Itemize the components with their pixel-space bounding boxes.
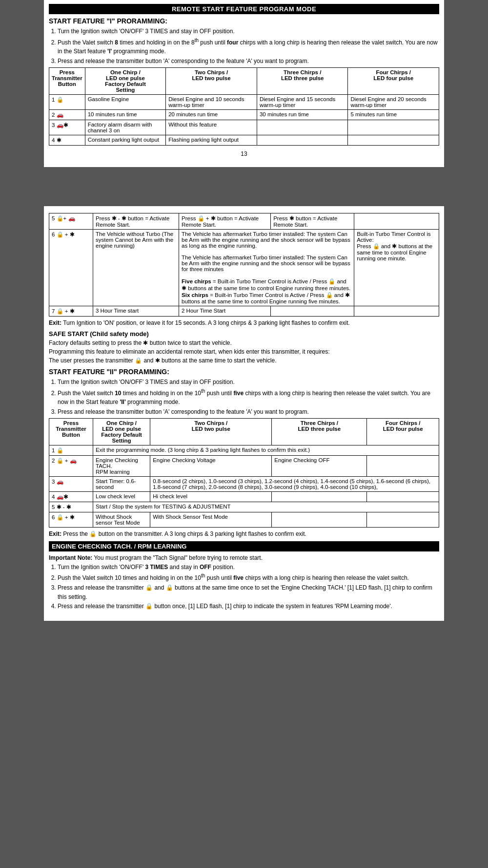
table3-row2-btn: 2 🔒 + 🚗 xyxy=(49,456,93,477)
table3-row4-col2: Hi check level xyxy=(150,492,272,502)
section1-title: START FEATURE "I" PRORAMMING: xyxy=(49,17,439,25)
table2-row7-btn: 7 🔒 + ✱ xyxy=(49,306,93,317)
table1-row4-col3 xyxy=(257,135,348,146)
table3-header-0: PressTransmitterButton xyxy=(49,419,93,445)
table2-row6-col4: Built-in Turbo Timer Control is Active:P… xyxy=(354,230,439,306)
table3-row4-btn: 4 🚗✱ xyxy=(49,492,93,502)
table3-row6-col3 xyxy=(272,512,367,528)
table2-row5-col3: Press ✱ button = Activate Remote Start. xyxy=(271,213,354,230)
table3-row2-col1: Engine Checking TACH.RPM learning xyxy=(93,456,150,477)
table2-row6-col1: The Vehicle without Turbo (The system Ca… xyxy=(93,230,179,306)
table2-row6-btn: 6 🔒 + ✱ xyxy=(49,230,93,306)
table3-row4-col4 xyxy=(367,492,439,502)
safe-start-text: Factory defaults setting to press the ✱ … xyxy=(49,339,439,365)
page-gap xyxy=(0,167,488,206)
table1-row2-col1: 10 minutes run time xyxy=(85,110,166,120)
table2-row7-col4 xyxy=(354,306,439,317)
table3-row1-btn: 1 🔒 xyxy=(49,445,93,456)
table2-row-7: 7 🔒 + ✱ 3 Hour Time start 2 Hour Time St… xyxy=(49,306,439,317)
table1-row1-col3: Diesel Engine and 15 seconds warm-up tim… xyxy=(257,95,348,110)
instructions1: Turn the Ignition switch 'ON/OFF' 3 TIME… xyxy=(49,27,439,65)
table1-row2-btn: 2 🚗 xyxy=(49,110,85,120)
table2-row-6: 6 🔒 + ✱ The Vehicle without Turbo (The s… xyxy=(49,230,439,306)
table1-header-3: Three Chirps /LED three pulse xyxy=(257,68,348,95)
engine-title: ENGINE CHECKING TACH. / RPM LEARNING xyxy=(49,541,439,551)
instruction1-1: Turn the Ignition switch 'ON/OFF' 3 TIME… xyxy=(58,27,439,36)
engine-notes: Important Note: You must program the "Ta… xyxy=(49,553,439,611)
safe-start-title: SAFE START (Child safety mode) xyxy=(49,330,439,338)
table1-row4-col1: Constant parking light output xyxy=(85,135,166,146)
table3: PressTransmitterButton One Chirp /LED on… xyxy=(49,418,439,528)
table2-row7-col3 xyxy=(271,306,354,317)
table2: 5 🔒+ 🚗 Press ✱ - ✱ button = Activate Rem… xyxy=(49,213,439,317)
table3-row-6: 6 🔒 + ✱ Without Shock sensor Test Mode W… xyxy=(49,512,439,528)
table1-row1-btn: 1 🔒 xyxy=(49,95,85,110)
table1-row3-col4 xyxy=(348,120,439,135)
table3-row3-col234: 0.8-second (2 chirps), 1.0-second (3 chi… xyxy=(150,477,439,492)
table3-row-1: 1 🔒 Exit the programming mode. (3 long c… xyxy=(49,445,439,456)
table2-row7-col2: 2 Hour Time Start xyxy=(179,306,271,317)
table3-row6-col4 xyxy=(367,512,439,528)
table2-row7-col1: 3 Hour Time start xyxy=(93,306,179,317)
engine-note-3: Press and release the transmitter 🔒 and … xyxy=(58,583,439,602)
table1-row3-col3 xyxy=(257,120,348,135)
table3-row3-btn: 3 🚗 xyxy=(49,477,93,492)
table3-row6-col1: Without Shock sensor Test Mode xyxy=(93,512,150,528)
page-number: 13 xyxy=(49,150,439,157)
table1-row1-col2: Diesel Engine and 10 seconds warm-up tim… xyxy=(166,95,257,110)
table1-row3-btn: 3 🚗✱ xyxy=(49,120,85,135)
table3-row5-btn: 5 ✱ - ✱ xyxy=(49,502,93,512)
table3-row-3: 3 🚗 Start Timer: 0.6-second 0.8-second (… xyxy=(49,477,439,492)
engine-note-1: Turn the Ignition switch 'ON/OFF' 3 TIME… xyxy=(58,563,439,572)
section2-title: START FEATURE "II" PRORAMMING: xyxy=(49,368,439,376)
table1-header-0: PressTransmitterButton xyxy=(49,68,85,95)
table1-row-2: 2 🚗 10 minutes run time 20 minutes run t… xyxy=(49,110,439,120)
table3-row6-col2: With Shock Sensor Test Mode xyxy=(150,512,272,528)
table1-row4-col2: Flashing parking light output xyxy=(166,135,257,146)
table3-row4-col3 xyxy=(272,492,367,502)
instruction2-2: Push the Valet switch 10 times and holdi… xyxy=(58,387,439,406)
table1-row1-col1: Gasoline Engine xyxy=(85,95,166,110)
table2-row5-col4 xyxy=(354,213,439,230)
table3-row-5: 5 ✱ - ✱ Start / Stop the system for TEST… xyxy=(49,502,439,512)
main-title: REMOTE START FEATURE PROGRAM MODE xyxy=(49,4,439,14)
table3-row3-col1: Start Timer: 0.6-second xyxy=(93,477,150,492)
table1-row4-col4 xyxy=(348,135,439,146)
table1-row-3: 3 🚗✱ Factory alarm disarm with channel 3… xyxy=(49,120,439,135)
table2-row6-col23: The Vehicle has aftermarket Turbo timer … xyxy=(179,230,354,306)
instruction1-3: Press and release the transmitter button… xyxy=(58,57,439,65)
table2-row5-col2: Press 🔒 + ✱ button = Activate Remote Sta… xyxy=(179,213,271,230)
table2-row-5: 5 🔒+ 🚗 Press ✱ - ✱ button = Activate Rem… xyxy=(49,213,439,230)
table1-row-1: 1 🔒 Gasoline Engine Diesel Engine and 10… xyxy=(49,95,439,110)
table3-header-3: Three Chirps /LED three pulse xyxy=(272,419,367,445)
table1: PressTransmitterButton One Chirp /LED on… xyxy=(49,67,439,146)
table3-row-4: 4 🚗✱ Low check level Hi check level xyxy=(49,492,439,502)
table3-header-2: Two Chirps /LED two pulse xyxy=(150,419,272,445)
table1-row3-col2: Without this feature xyxy=(166,120,257,135)
table3-header-4: Four Chirps /LED four pulse xyxy=(367,419,439,445)
table3-header-1: One Chirp /LED one pulseFactory DefaultS… xyxy=(93,419,150,445)
table1-row2-col3: 30 minutes run time xyxy=(257,110,348,120)
table1-row2-col2: 20 minutes run time xyxy=(166,110,257,120)
table2-row5-btn: 5 🔒+ 🚗 xyxy=(49,213,93,230)
table1-row1-col4: Diesel Engine and 20 seconds warm-up tim… xyxy=(348,95,439,110)
table3-row1-col1: Exit the programming mode. (3 long chirp… xyxy=(93,445,439,456)
instruction2-3: Press and release the transmitter button… xyxy=(58,407,439,416)
instruction1-2: Push the Valet switch 8 times and holdin… xyxy=(58,37,439,56)
table1-row2-col4: 5 minutes run time xyxy=(348,110,439,120)
engine-note-4: Press and release the transmitter 🔒 butt… xyxy=(58,602,439,611)
table3-row2-col3: Engine Checking OFF xyxy=(272,456,367,477)
table3-row2-col2: Engine Checking Voltage xyxy=(150,456,272,477)
exit-note1: Exit: Turn Ignition to 'ON' position, or… xyxy=(49,318,439,327)
engine-note-2: Push the Valet switch 10 times and holdi… xyxy=(58,572,439,583)
instruction2-1: Turn the Ignition switch 'ON/OFF' 3 TIME… xyxy=(58,378,439,386)
table1-row3-col1: Factory alarm disarm with channel 3 on xyxy=(85,120,166,135)
table1-row4-btn: 4 ✱ xyxy=(49,135,85,146)
table3-row5-col1: Start / Stop the system for TESTING & AD… xyxy=(93,502,439,512)
table3-row-2: 2 🔒 + 🚗 Engine Checking TACH.RPM learnin… xyxy=(49,456,439,477)
exit-note2: Exit: Press the 🔒 button on the transmit… xyxy=(49,529,439,538)
table2-row5-col1: Press ✱ - ✱ button = Activate Remote Sta… xyxy=(93,213,179,230)
page-top: REMOTE START FEATURE PROGRAM MODE START … xyxy=(44,0,444,167)
table3-row4-col1: Low check level xyxy=(93,492,150,502)
table1-header-1: One Chirp /LED one pulseFactory DefaultS… xyxy=(85,68,166,95)
